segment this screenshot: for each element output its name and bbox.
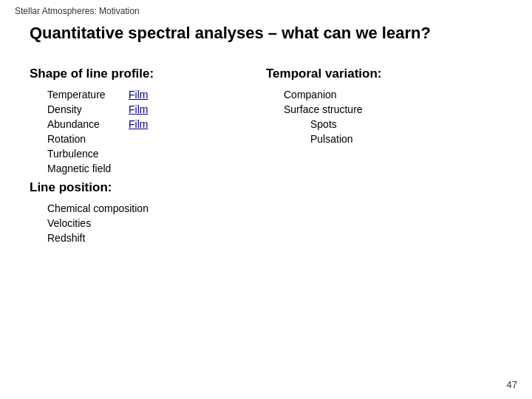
density-label: Density — [47, 103, 129, 115]
abundance-label: Abundance — [47, 118, 129, 130]
list-item: Turbulence — [30, 148, 266, 160]
list-item: Temperature Film — [30, 89, 266, 100]
list-item: Spots — [266, 118, 502, 130]
right-section: Temporal variation: Companion Surface st… — [266, 66, 502, 247]
density-film-link[interactable]: Film — [129, 103, 148, 115]
breadcrumb: Stellar Atmospheres: Motivation — [15, 6, 140, 16]
list-item: Surface structure — [266, 103, 502, 115]
abundance-film-link[interactable]: Film — [129, 118, 148, 130]
list-item: Rotation — [30, 133, 266, 145]
left-section: Shape of line profile: Temperature Film … — [30, 66, 266, 247]
content-area: Shape of line profile: Temperature Film … — [30, 66, 502, 247]
list-item: Redshift — [30, 232, 266, 244]
line-position-heading: Line position: — [30, 180, 266, 195]
page-title: Quantitative spectral analyses – what ca… — [30, 24, 502, 43]
list-item: Companion — [266, 89, 502, 100]
temperature-film-link[interactable]: Film — [129, 89, 148, 100]
shape-heading: Shape of line profile: — [30, 66, 266, 81]
page-number: 47 — [507, 379, 517, 390]
list-item: Abundance Film — [30, 118, 266, 130]
temporal-heading: Temporal variation: — [266, 66, 502, 81]
temperature-label: Temperature — [47, 89, 129, 100]
list-item: Pulsation — [266, 133, 502, 145]
list-item: Magnetic field — [30, 163, 266, 174]
list-item: Chemical composition — [30, 202, 266, 214]
list-item: Density Film — [30, 103, 266, 115]
list-item: Velocities — [30, 217, 266, 229]
